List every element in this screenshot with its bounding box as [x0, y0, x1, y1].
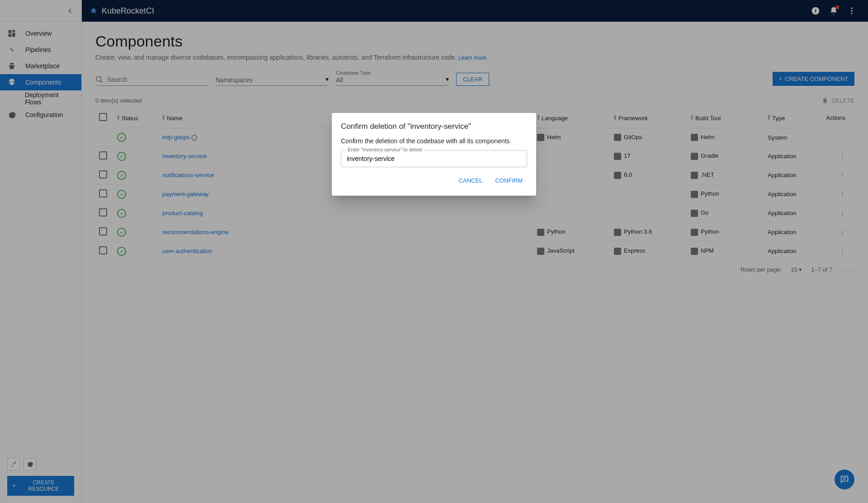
modal-input-label: Enter "inventory-service" to delete — [346, 147, 425, 152]
modal-description: Confirm the deletion of the codebase wit… — [341, 137, 527, 145]
modal-title: Confirm deletion of "inventory-service" — [341, 122, 527, 131]
modal-overlay[interactable]: Confirm deletion of "inventory-service" … — [0, 0, 655, 378]
cancel-button[interactable]: CANCEL — [454, 174, 487, 187]
confirm-delete-modal: Confirm deletion of "inventory-service" … — [332, 113, 536, 196]
modal-confirm-input[interactable] — [347, 155, 521, 162]
confirm-button[interactable]: CONFIRM — [491, 174, 527, 187]
